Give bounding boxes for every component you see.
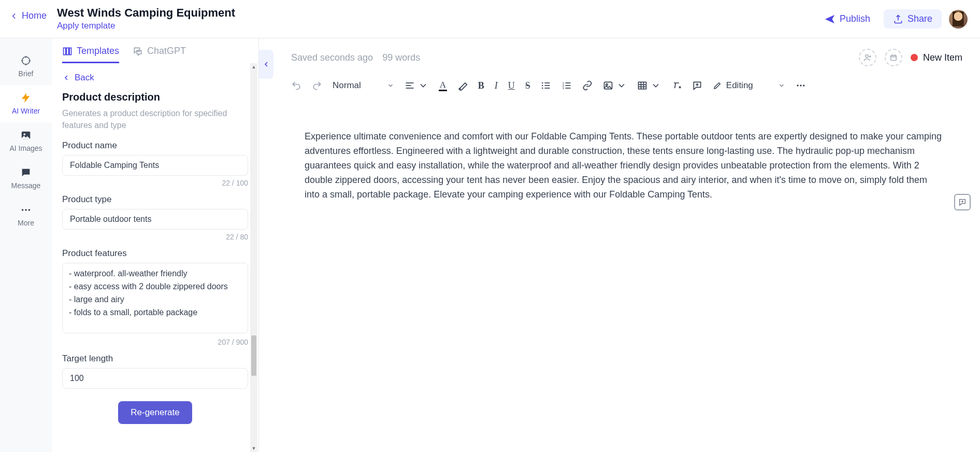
home-link-label: Home <box>22 10 47 21</box>
add-comment-floating-button[interactable] <box>954 194 971 210</box>
italic-button[interactable]: I <box>495 80 498 91</box>
header-right: Publish Share <box>818 6 968 29</box>
editor-body[interactable]: Experience ultimate convenience and comf… <box>273 98 980 202</box>
chevron-down-icon <box>778 82 785 89</box>
status-chip[interactable]: New Item <box>911 52 962 63</box>
panel-scrollbar[interactable]: ▲ ▼ <box>250 63 257 452</box>
send-icon <box>824 13 835 25</box>
scroll-up-icon[interactable]: ▲ <box>250 63 257 70</box>
clear-format-icon <box>671 80 682 91</box>
panel-content: Back Product description Generates a pro… <box>52 63 258 452</box>
chat-bubbles-icon <box>133 46 143 56</box>
redo-button[interactable] <box>312 80 322 91</box>
svg-point-43 <box>800 84 801 86</box>
rail-label: AI Images <box>9 144 42 152</box>
chevron-down-icon <box>418 80 428 91</box>
tab-chatgpt[interactable]: ChatGPT <box>133 46 186 63</box>
rail-item-message[interactable]: Message <box>0 160 52 197</box>
status-label: New Item <box>923 52 962 63</box>
rail-label: Message <box>11 181 41 190</box>
pencil-icon <box>713 81 722 90</box>
more-options-button[interactable] <box>796 80 806 91</box>
regenerate-button[interactable]: Re-generate <box>118 401 192 424</box>
product-type-input[interactable] <box>62 209 248 230</box>
redo-icon <box>312 80 322 91</box>
publish-button[interactable]: Publish <box>818 10 876 28</box>
svg-point-1 <box>22 57 30 65</box>
panel-back-link[interactable]: Back <box>62 73 248 83</box>
undo-button[interactable] <box>291 80 301 91</box>
rail-item-more[interactable]: More <box>0 197 52 234</box>
product-features-label: Product features <box>62 248 248 259</box>
product-name-input[interactable] <box>62 155 248 176</box>
strikethrough-button[interactable]: S <box>525 80 530 91</box>
underline-button[interactable]: U <box>508 80 515 91</box>
panel-collapse-button[interactable] <box>259 50 273 79</box>
bullet-list-button[interactable] <box>541 80 551 91</box>
app-body: Brief AI Writer AI Images Message More T… <box>0 38 980 452</box>
scroll-thumb[interactable] <box>251 335 256 376</box>
link-button[interactable] <box>582 80 593 91</box>
saved-status: Saved seconds ago <box>291 52 373 63</box>
apply-template-link[interactable]: Apply template <box>57 21 235 31</box>
align-button[interactable] <box>405 80 428 91</box>
comment-button[interactable] <box>692 80 702 91</box>
align-left-icon <box>405 80 415 91</box>
bold-button[interactable]: B <box>478 80 484 91</box>
publish-label: Publish <box>840 13 870 24</box>
font-color-button[interactable]: A <box>439 80 447 91</box>
image-button[interactable] <box>603 80 627 91</box>
back-label: Back <box>75 73 94 83</box>
svg-rect-35 <box>638 82 646 89</box>
document-paragraph[interactable]: Experience ultimate convenience and comf… <box>305 130 944 202</box>
svg-point-23 <box>542 88 543 89</box>
highlight-button[interactable] <box>457 80 468 91</box>
templates-icon <box>62 46 73 56</box>
chevron-down-icon <box>387 82 394 89</box>
target-icon <box>20 55 32 66</box>
svg-point-9 <box>25 209 27 211</box>
header-left: Home West Winds Camping Equipment Apply … <box>9 6 235 31</box>
target-length-input[interactable] <box>62 368 248 389</box>
underline-icon: U <box>508 80 515 91</box>
tab-label: ChatGPT <box>147 46 186 56</box>
home-link[interactable]: Home <box>9 6 47 21</box>
bolt-icon <box>20 92 32 104</box>
share-label: Share <box>907 13 932 24</box>
numbered-list-button[interactable]: 123 <box>561 80 572 91</box>
clear-formatting-button[interactable] <box>671 80 682 91</box>
scroll-down-icon[interactable]: ▼ <box>250 445 257 452</box>
link-icon <box>582 80 593 91</box>
chevron-down-icon <box>651 80 661 91</box>
product-features-input[interactable] <box>62 263 248 333</box>
paragraph-style-select[interactable]: Normal <box>333 80 394 91</box>
svg-point-8 <box>22 209 24 211</box>
rail-item-ai-writer[interactable]: AI Writer <box>0 85 52 122</box>
tab-templates[interactable]: Templates <box>62 46 119 63</box>
product-type-count: 22 / 80 <box>62 233 248 241</box>
comment-plus-icon <box>692 80 702 91</box>
product-features-count: 207 / 900 <box>62 338 248 346</box>
svg-point-11 <box>866 55 868 58</box>
undo-icon <box>291 80 301 91</box>
due-date-button[interactable] <box>885 49 902 66</box>
rail-item-brief[interactable]: Brief <box>0 48 52 85</box>
assign-user-button[interactable] <box>859 49 876 66</box>
chevron-left-icon <box>9 11 19 21</box>
ai-writer-panel: Templates ChatGPT Back Product descripti… <box>52 38 259 452</box>
product-name-label: Product name <box>62 140 248 151</box>
editor-topright: New Item <box>859 49 962 66</box>
table-button[interactable] <box>637 80 661 91</box>
rail-label: More <box>18 219 34 227</box>
svg-point-10 <box>28 209 31 211</box>
image-icon <box>603 80 613 91</box>
avatar[interactable] <box>949 10 968 29</box>
editor: Saved seconds ago 99 words New Item <box>273 38 980 452</box>
editing-mode-select[interactable]: Editing <box>713 80 785 91</box>
left-rail: Brief AI Writer AI Images Message More <box>0 38 52 452</box>
rail-label: Brief <box>19 69 34 78</box>
rail-item-ai-images[interactable]: AI Images <box>0 122 52 160</box>
share-button[interactable]: Share <box>884 9 942 29</box>
bold-icon: B <box>478 80 484 91</box>
page-title: West Winds Camping Equipment <box>57 6 235 20</box>
